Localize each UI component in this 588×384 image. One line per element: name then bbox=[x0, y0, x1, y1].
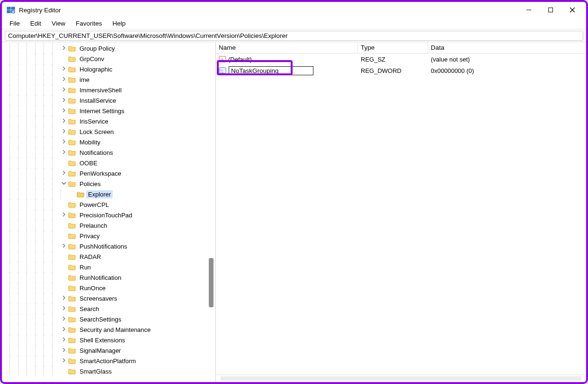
chevron-right-icon[interactable] bbox=[61, 98, 67, 103]
chevron-right-icon[interactable] bbox=[61, 348, 67, 353]
tree-item[interactable]: Prelaunch bbox=[2, 220, 215, 231]
folder-icon bbox=[68, 87, 76, 93]
list-row[interactable]: ab(Default)REG_SZ(value not set) bbox=[216, 54, 586, 65]
tree-item[interactable]: Lock Screen bbox=[2, 126, 215, 137]
tree-item[interactable]: PenWorkspace bbox=[2, 168, 215, 179]
tree-item[interactable]: SignalManager bbox=[2, 345, 215, 356]
menu-edit[interactable]: Edit bbox=[26, 19, 46, 28]
list-row[interactable]: 011110REG_DWORD0x00000000 (0) bbox=[216, 65, 586, 76]
tree-item[interactable]: Explorer bbox=[2, 189, 215, 199]
tree-item[interactable]: Security and Maintenance bbox=[2, 324, 215, 335]
tree-item[interactable]: GrpConv bbox=[2, 54, 215, 64]
tree-item[interactable]: InstallService bbox=[2, 95, 215, 106]
chevron-right-icon[interactable] bbox=[61, 45, 67, 51]
folder-icon bbox=[68, 128, 76, 135]
close-button[interactable] bbox=[561, 3, 583, 17]
menu-help[interactable]: Help bbox=[108, 19, 131, 28]
folder-icon bbox=[68, 139, 76, 145]
titlebar: Registry Editor bbox=[2, 2, 586, 18]
tree-item-label: PushNotifications bbox=[78, 242, 129, 250]
chevron-right-icon[interactable] bbox=[61, 118, 67, 124]
chevron-right-icon[interactable] bbox=[61, 306, 67, 312]
tree-item[interactable]: RunNotification bbox=[2, 272, 215, 283]
maximize-button[interactable] bbox=[540, 3, 561, 17]
maximize-icon bbox=[548, 7, 553, 13]
tree-item[interactable]: Policies bbox=[2, 179, 215, 189]
chevron-right-icon[interactable] bbox=[61, 150, 67, 155]
tree-item[interactable]: RADAR bbox=[2, 251, 215, 262]
chevron-right-icon[interactable] bbox=[61, 129, 67, 134]
tree-item[interactable]: ImmersiveShell bbox=[2, 85, 215, 95]
tree-item[interactable]: Shell Extensions bbox=[2, 335, 215, 345]
chevron-right-icon[interactable] bbox=[61, 295, 67, 301]
menubar: File Edit View Favorites Help bbox=[2, 18, 586, 29]
folder-open-icon bbox=[77, 191, 84, 197]
folder-icon bbox=[68, 253, 76, 260]
cell-type: REG_DWORD bbox=[358, 67, 428, 74]
chevron-right-icon[interactable] bbox=[61, 87, 67, 93]
tree-pane[interactable]: Group Policy GrpConvHolographicimeImmers… bbox=[2, 42, 216, 382]
value-name-editbox[interactable] bbox=[229, 66, 313, 75]
tree-item[interactable]: PrecisionTouchPad bbox=[2, 210, 215, 220]
folder-icon bbox=[68, 212, 76, 218]
tree-item[interactable]: PushNotifications bbox=[2, 241, 215, 251]
folder-icon bbox=[68, 357, 76, 364]
tree-scroll-thumb[interactable] bbox=[209, 258, 214, 307]
chevron-right-icon[interactable] bbox=[61, 66, 67, 72]
close-icon bbox=[570, 7, 575, 13]
tree-item[interactable]: OOBE bbox=[2, 158, 215, 168]
reg-dword-icon: 011110 bbox=[219, 67, 226, 74]
chevron-right-icon[interactable] bbox=[61, 327, 67, 332]
chevron-right-icon[interactable] bbox=[61, 358, 67, 364]
tree-item-label: PenWorkspace bbox=[78, 170, 123, 178]
reg-sz-icon: ab bbox=[219, 55, 226, 63]
list-pane[interactable]: Name Type Data ab(Default)REG_SZ(value n… bbox=[216, 42, 586, 382]
menu-favorites[interactable]: Favorites bbox=[71, 19, 107, 28]
chevron-right-icon[interactable] bbox=[61, 77, 67, 82]
column-header-type[interactable]: Type bbox=[358, 42, 428, 53]
tree-item[interactable]: Mobility bbox=[2, 137, 215, 147]
chevron-right-icon[interactable] bbox=[61, 108, 67, 114]
chevron-right-icon[interactable] bbox=[61, 212, 67, 218]
cell-name: ab(Default) bbox=[216, 55, 358, 63]
tree-item[interactable]: Search bbox=[2, 304, 215, 314]
regedit-icon bbox=[7, 6, 15, 14]
list-header: Name Type Data bbox=[216, 42, 586, 54]
tree-item-label: Mobility bbox=[78, 138, 102, 146]
tree-item[interactable]: Internet Settings bbox=[2, 106, 215, 116]
list-horizontal-thumb[interactable] bbox=[221, 376, 581, 381]
tree-item[interactable]: ime bbox=[2, 74, 215, 85]
tree-item[interactable]: PowerCPL bbox=[2, 199, 215, 210]
minimize-button[interactable] bbox=[518, 3, 540, 17]
tree-item-label: ImmersiveShell bbox=[78, 86, 124, 94]
tree-item[interactable]: SmartGlass bbox=[2, 366, 215, 376]
chevron-right-icon[interactable] bbox=[61, 170, 67, 176]
tree-item-label: Group Policy bbox=[78, 45, 116, 53]
svg-text:110: 110 bbox=[220, 71, 223, 74]
tree-item[interactable]: Group Policy bbox=[2, 43, 215, 54]
tree-item[interactable]: Screensavers bbox=[2, 293, 215, 304]
tree-item[interactable]: SearchSettings bbox=[2, 314, 215, 324]
tree-item[interactable]: Notifications bbox=[2, 147, 215, 158]
column-header-name[interactable]: Name bbox=[216, 42, 358, 53]
list-horizontal-scrollbar[interactable] bbox=[216, 375, 586, 382]
tree-item[interactable]: Run bbox=[2, 262, 215, 272]
folder-icon bbox=[68, 274, 76, 281]
tree-item-label: SearchSettings bbox=[78, 315, 123, 323]
chevron-down-icon[interactable] bbox=[61, 181, 67, 187]
tree-item[interactable]: Holographic bbox=[2, 64, 215, 74]
tree-item[interactable]: Privacy bbox=[2, 231, 215, 241]
menu-file[interactable]: File bbox=[5, 19, 25, 28]
chevron-right-icon[interactable] bbox=[61, 316, 67, 322]
tree-item[interactable]: RunOnce bbox=[2, 283, 215, 293]
chevron-right-icon[interactable] bbox=[61, 243, 67, 249]
tree-item-label: Security and Maintenance bbox=[78, 326, 152, 334]
column-header-data[interactable]: Data bbox=[428, 42, 586, 53]
tree-scrollbar[interactable] bbox=[208, 42, 214, 382]
address-bar[interactable]: Computer\HKEY_CURRENT_USER\Software\Micr… bbox=[5, 31, 583, 41]
chevron-right-icon[interactable] bbox=[61, 337, 67, 343]
tree-item[interactable]: SmartActionPlatform bbox=[2, 356, 215, 366]
menu-view[interactable]: View bbox=[47, 19, 70, 28]
tree-item[interactable]: IrisService bbox=[2, 116, 215, 126]
chevron-right-icon[interactable] bbox=[61, 139, 67, 145]
